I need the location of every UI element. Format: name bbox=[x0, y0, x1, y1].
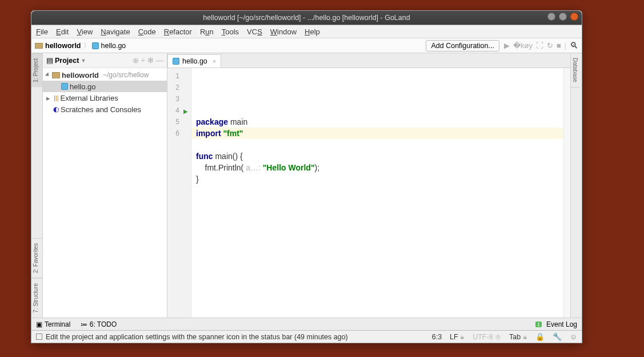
event-log-badge: 1 bbox=[535, 322, 542, 327]
left-tool-strip: 1: Project 2: Favorites 7: Structure bbox=[31, 53, 43, 318]
go-file-icon bbox=[173, 58, 179, 65]
status-encoding[interactable]: UTF-8 ≑ bbox=[473, 332, 501, 341]
tool-event-log[interactable]: Event Log bbox=[546, 320, 577, 328]
ide-window: helloworld [~/go/src/helloworld] - .../h… bbox=[31, 10, 582, 343]
editor-tab-hello[interactable]: hello.go × bbox=[167, 54, 221, 68]
menu-navigate[interactable]: Navigate bbox=[101, 27, 130, 36]
sidebar-title: ▤ Project ▼ bbox=[46, 56, 86, 65]
menu-view[interactable]: View bbox=[77, 27, 93, 36]
wrench-icon[interactable]: 🔧 bbox=[553, 332, 562, 341]
tree-external-libraries[interactable]: ▸ ||| External Libraries bbox=[43, 92, 167, 104]
bottom-tool-strip: ▣ Terminal ≔ 6: TODO 1 Event Log bbox=[31, 318, 582, 330]
coverage-icon[interactable]: ⛶ bbox=[536, 41, 543, 50]
lock-icon[interactable]: 🔒 bbox=[535, 332, 545, 341]
tool-terminal[interactable]: ▣ Terminal bbox=[36, 320, 70, 328]
menubar: File Edit View Navigate Code Refactor Ru… bbox=[31, 25, 582, 38]
status-caret-pos[interactable]: 6:3 bbox=[432, 333, 442, 341]
minimize-button[interactable] bbox=[547, 13, 555, 21]
tree-root[interactable]: helloworld ~/go/src/hellow bbox=[43, 69, 167, 81]
breadcrumb-project[interactable]: helloworld bbox=[45, 42, 81, 50]
library-icon: ||| bbox=[54, 94, 59, 101]
editor-tab-label: hello.go bbox=[182, 57, 207, 65]
menu-help[interactable]: Help bbox=[305, 27, 320, 36]
stop-icon[interactable]: ■ bbox=[557, 41, 561, 50]
status-message: Edit the project and application setting… bbox=[46, 333, 348, 341]
editor-tabs: hello.go × bbox=[167, 53, 570, 68]
tree-scratches[interactable]: ◐ Scratches and Consoles bbox=[43, 104, 167, 115]
add-configuration-button[interactable]: Add Configuration... bbox=[426, 40, 499, 51]
project-sidebar: ▤ Project ▼ ⊕ ÷ ✻ — helloworld ~/go/src/… bbox=[43, 53, 167, 318]
line-gutter: 123456 ▶ bbox=[167, 68, 191, 318]
right-tool-strip: Database bbox=[570, 53, 582, 318]
tool-windows-icon[interactable] bbox=[36, 334, 42, 340]
tree-file-name: hello.go bbox=[70, 82, 96, 91]
tool-structure[interactable]: 7: Structure bbox=[31, 278, 42, 318]
status-line-sep[interactable]: LF ≑ bbox=[450, 333, 465, 341]
menu-tools[interactable]: Tools bbox=[222, 27, 239, 36]
code-editor[interactable]: 123456 ▶ package main import "fmt" func … bbox=[167, 68, 570, 318]
close-tab-icon[interactable]: × bbox=[213, 58, 216, 65]
search-icon[interactable]: 🔍︎ bbox=[570, 41, 578, 50]
tree-root-name: helloworld bbox=[62, 71, 99, 80]
tree-libs-label: External Libraries bbox=[61, 94, 118, 102]
menu-run[interactable]: Run bbox=[200, 27, 214, 36]
tool-project[interactable]: 1: Project bbox=[31, 53, 42, 87]
tool-database[interactable]: Database bbox=[571, 53, 579, 88]
run-icon[interactable]: ▶ bbox=[504, 41, 510, 50]
tool-favorites[interactable]: 2: Favorites bbox=[31, 238, 42, 278]
tool-todo[interactable]: ≔ 6: TODO bbox=[81, 320, 117, 328]
breadcrumb-file[interactable]: hello.go bbox=[101, 42, 126, 50]
menu-file[interactable]: File bbox=[36, 27, 48, 36]
close-button[interactable] bbox=[570, 13, 578, 21]
maximize-button[interactable] bbox=[559, 13, 567, 21]
menu-window[interactable]: Window bbox=[270, 27, 297, 36]
menu-refactor[interactable]: Refactor bbox=[164, 27, 192, 36]
menu-vcs[interactable]: VCS bbox=[247, 27, 262, 36]
tree-scratch-label: Scratches and Consoles bbox=[61, 105, 141, 114]
status-indent[interactable]: Tab ≑ bbox=[509, 333, 527, 341]
scratch-icon: ◐ bbox=[53, 105, 59, 113]
navigation-bar: helloworld 〉 hello.go Add Configuration.… bbox=[31, 38, 582, 53]
menu-edit[interactable]: Edit bbox=[56, 27, 69, 36]
overview-ruler[interactable] bbox=[563, 68, 570, 318]
go-file-icon bbox=[61, 83, 68, 90]
collapse-icon[interactable]: ÷ bbox=[141, 56, 145, 65]
person-icon[interactable]: ☺ bbox=[570, 332, 577, 341]
tree-root-path: ~/go/src/hellow bbox=[103, 71, 149, 79]
debug-icon[interactable]: �køy bbox=[513, 41, 533, 50]
status-bar: Edit the project and application setting… bbox=[31, 330, 582, 343]
folder-icon bbox=[35, 43, 43, 49]
folder-icon bbox=[52, 72, 60, 78]
window-title: helloworld [~/go/src/helloworld] - .../h… bbox=[203, 14, 410, 22]
settings-icon[interactable]: ✻ bbox=[147, 56, 154, 65]
hide-icon[interactable]: — bbox=[156, 56, 163, 65]
tree-file-hello[interactable]: hello.go bbox=[43, 81, 167, 92]
titlebar[interactable]: helloworld [~/go/src/helloworld] - .../h… bbox=[31, 11, 582, 25]
go-file-icon bbox=[92, 42, 99, 49]
breadcrumb-sep: 〉 bbox=[83, 41, 90, 50]
run-line-marker-icon[interactable]: ▶ bbox=[183, 106, 188, 117]
profile-icon[interactable]: ↻ bbox=[547, 41, 553, 50]
locate-icon[interactable]: ⊕ bbox=[133, 56, 139, 65]
menu-code[interactable]: Code bbox=[138, 27, 156, 36]
code-area[interactable]: package main import "fmt" func main() { … bbox=[191, 68, 563, 318]
